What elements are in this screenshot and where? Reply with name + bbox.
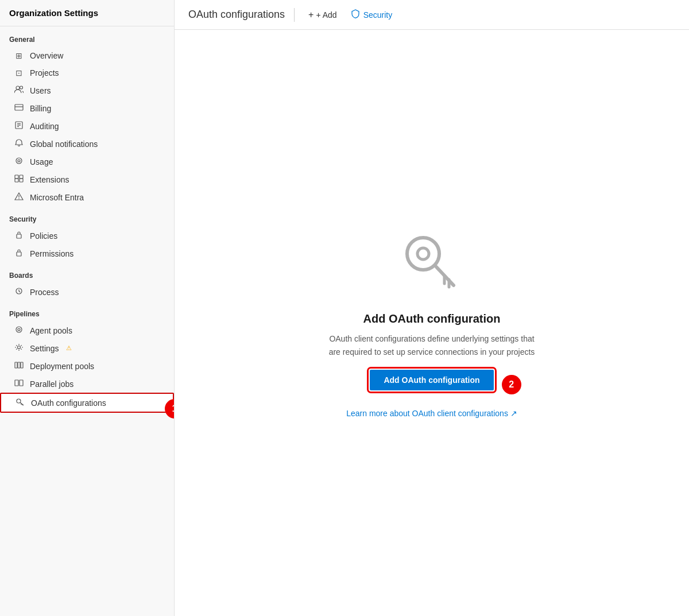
empty-description: OAuth client configurations define under… (328, 332, 535, 358)
sidebar-item-agent-pools[interactable]: Agent pools (0, 321, 174, 339)
add-oauth-button[interactable]: Add OAuth configuration (370, 370, 493, 390)
process-icon (14, 287, 24, 297)
extensions-icon (14, 175, 24, 184)
svg-point-7 (16, 158, 22, 164)
sidebar-section-boards: Boards Process (0, 262, 174, 301)
sidebar-item-users[interactable]: Users (0, 82, 174, 99)
empty-title: Add OAuth configuration (363, 312, 501, 326)
deployment-pools-icon (14, 361, 24, 371)
svg-point-20 (18, 328, 20, 331)
auditing-icon (14, 121, 24, 131)
svg-point-1 (20, 86, 23, 89)
learn-more-link[interactable]: Learn more about OAuth client configurat… (346, 409, 517, 418)
svg-rect-11 (15, 179, 18, 182)
svg-rect-10 (20, 175, 23, 179)
policies-icon (14, 231, 24, 241)
sidebar-item-microsoft-entra[interactable]: Microsoft Entra (0, 188, 174, 206)
svg-point-15 (18, 198, 20, 199)
security-label: Security (363, 10, 393, 20)
sidebar-item-billing[interactable]: Billing (0, 99, 174, 117)
sidebar-item-policies[interactable]: Policies (0, 227, 174, 245)
svg-point-19 (16, 327, 22, 332)
content-area: Add OAuth configuration OAuth client con… (175, 30, 689, 616)
oauth-key-icon (15, 398, 25, 408)
sidebar-item-label: Process (30, 288, 59, 297)
projects-icon: ⊡ (14, 68, 24, 78)
badge-2: 2 (502, 375, 521, 394)
svg-rect-23 (18, 362, 20, 368)
agent-pools-icon (14, 326, 24, 335)
section-label-pipelines: Pipelines (0, 301, 174, 321)
security-button[interactable]: Security (346, 7, 397, 22)
sidebar-section-pipelines: Pipelines Agent pools Settings ⚠ Deploym… (0, 301, 174, 413)
sidebar-item-global-notifications[interactable]: Global notifications (0, 135, 174, 153)
svg-rect-25 (15, 380, 18, 386)
sidebar-item-permissions[interactable]: Permissions (0, 245, 174, 262)
key-illustration (397, 228, 466, 299)
sidebar-item-process[interactable]: Process (0, 283, 174, 301)
svg-rect-17 (17, 252, 21, 256)
svg-point-21 (18, 346, 21, 349)
permissions-icon (14, 249, 24, 258)
main-content: OAuth configurations + + Add Security (175, 0, 689, 616)
svg-point-31 (417, 248, 429, 259)
parallel-jobs-icon (14, 379, 24, 389)
sidebar: Organization Settings General ⊞ Overview… (0, 0, 175, 616)
svg-rect-9 (15, 175, 18, 179)
sidebar-item-label: Policies (30, 231, 57, 241)
svg-point-27 (17, 399, 21, 403)
sidebar-item-settings[interactable]: Settings ⚠ (0, 339, 174, 357)
sidebar-section-security: Security Policies Permissions (0, 206, 174, 262)
sidebar-item-label: Billing (30, 104, 51, 113)
sidebar-item-label: Usage (30, 157, 53, 166)
svg-rect-24 (21, 362, 23, 368)
sidebar-item-label: Permissions (30, 249, 73, 258)
sidebar-item-deployment-pools[interactable]: Deployment pools (0, 357, 174, 375)
add-label: + Add (316, 10, 336, 20)
svg-point-8 (18, 160, 20, 162)
sidebar-item-extensions[interactable]: Extensions (0, 171, 174, 188)
sidebar-item-auditing[interactable]: Auditing (0, 117, 174, 135)
add-icon: + (308, 10, 313, 20)
sidebar-item-label: Extensions (30, 175, 69, 184)
settings-icon (14, 343, 24, 353)
sidebar-item-label: Auditing (30, 122, 59, 131)
svg-rect-22 (15, 362, 17, 368)
svg-rect-12 (20, 179, 23, 182)
sidebar-item-label: Deployment pools (30, 362, 94, 371)
svg-rect-16 (17, 234, 21, 238)
topbar: OAuth configurations + + Add Security (175, 0, 689, 30)
sidebar-item-label: Microsoft Entra (30, 193, 84, 202)
sidebar-item-label: Global notifications (30, 140, 98, 149)
global-notifications-icon (14, 139, 24, 149)
svg-point-30 (407, 238, 439, 270)
sidebar-item-label: Agent pools (30, 326, 72, 335)
sidebar-item-overview[interactable]: ⊞ Overview (0, 47, 174, 64)
microsoft-entra-icon (14, 192, 24, 202)
sidebar-item-label: Overview (30, 51, 63, 60)
shield-icon (351, 9, 360, 20)
users-icon (14, 86, 24, 95)
svg-point-0 (16, 86, 20, 90)
learn-more-text: Learn more about OAuth client configurat… (346, 409, 517, 418)
svg-rect-2 (15, 104, 23, 110)
sidebar-section-general: General ⊞ Overview ⊡ Projects Users Bill… (0, 26, 174, 206)
sidebar-item-oauth-configurations[interactable]: OAuth configurations (0, 393, 174, 413)
sidebar-item-parallel-jobs[interactable]: Parallel jobs (0, 375, 174, 393)
sidebar-item-label: Settings (30, 344, 59, 353)
section-label-boards: Boards (0, 262, 174, 283)
settings-info-icon: ⚠ (66, 344, 72, 352)
section-label-general: General (0, 26, 174, 47)
topbar-title: OAuth configurations (188, 9, 285, 21)
topbar-divider (294, 8, 295, 22)
add-button[interactable]: + + Add (304, 7, 342, 22)
billing-icon (14, 103, 24, 113)
section-label-security: Security (0, 206, 174, 227)
sidebar-item-label: OAuth configurations (31, 398, 106, 408)
sidebar-item-label: Users (30, 86, 51, 95)
sidebar-item-projects[interactable]: ⊡ Projects (0, 64, 174, 82)
svg-rect-26 (20, 380, 23, 386)
usage-icon (14, 157, 24, 166)
sidebar-item-usage[interactable]: Usage (0, 153, 174, 171)
empty-state: Add OAuth configuration OAuth client con… (328, 228, 535, 418)
